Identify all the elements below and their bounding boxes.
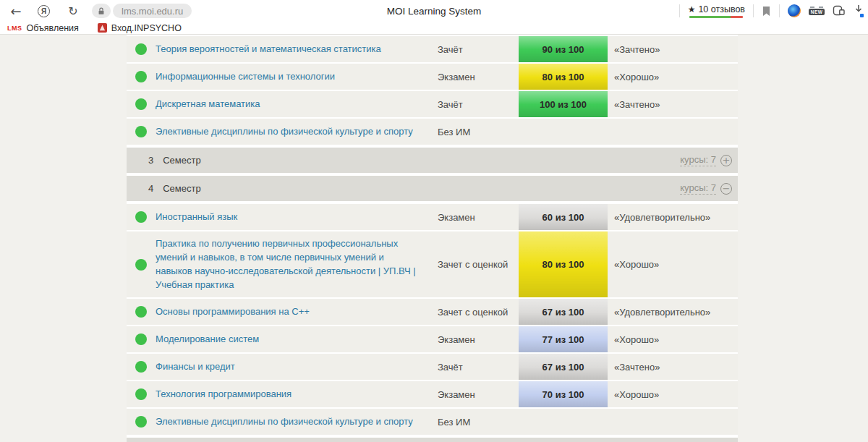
status-dot-icon (135, 259, 147, 271)
control-type-label: Экзамен (438, 212, 519, 223)
status-dot-icon (135, 306, 147, 318)
status-cell (127, 409, 156, 435)
course-row: Иностранный язык Экзамен 60 из 100 «Удов… (127, 204, 738, 230)
control-type-label: Зачёт (438, 99, 519, 110)
toolbar-separator (779, 4, 780, 17)
grades-table: Теория вероятностей и математическая ста… (127, 35, 738, 442)
status-dot-icon (135, 71, 147, 82)
course-row: Технология программирования Экзамен 70 и… (127, 381, 738, 407)
score-badge: 60 из 100 (519, 204, 608, 230)
screenshot-new-extension-icon[interactable]: NEW (809, 7, 825, 15)
score-badge (519, 119, 608, 145)
site-reviews-button[interactable]: ★ 10 отзывов (688, 4, 745, 18)
course-link[interactable]: Иностранный язык (156, 211, 237, 222)
grade-label: «Удовлетворительно» (608, 307, 738, 318)
bookmark-flag-icon[interactable] (762, 6, 771, 17)
status-dot-icon (135, 388, 147, 400)
grade-label: «Зачтено» (608, 44, 738, 55)
status-cell (127, 354, 156, 380)
course-name-cell: Теория вероятностей и математическая ста… (156, 37, 438, 62)
score-badge: 80 из 100 (519, 64, 608, 90)
score-badge: 77 из 100 (519, 326, 608, 352)
score-badge: 90 из 100 (519, 36, 608, 62)
download-button[interactable] (854, 4, 865, 17)
course-name-cell: Дискретная математика (156, 92, 438, 117)
control-type-label: Без ИМ (438, 417, 519, 428)
grade-label: «Хорошо» (608, 72, 738, 82)
control-type-label: Зачёт (438, 362, 519, 373)
page-content: Теория вероятностей и математическая ста… (0, 35, 868, 442)
course-name-cell: Элективные дисциплины по физической куль… (156, 119, 438, 145)
lock-icon (97, 7, 106, 16)
course-link[interactable]: Дискретная математика (156, 98, 260, 109)
course-row: Элективные дисциплины по физической куль… (127, 119, 738, 145)
back-button[interactable]: ← (7, 2, 25, 20)
status-dot-icon (135, 416, 147, 428)
grade-label: «Хорошо» (608, 259, 738, 270)
course-link[interactable]: Технология программирования (156, 388, 292, 399)
course-row: Элективные дисциплины по физической куль… (127, 409, 738, 435)
status-cell (127, 326, 156, 352)
score-badge: 67 из 100 (519, 299, 608, 325)
inpsycho-favicon (98, 23, 107, 33)
course-link[interactable]: Финансы и кредит (156, 361, 235, 372)
grade-label: «Зачтено» (608, 362, 738, 373)
collapse-semester-icon[interactable]: − (720, 183, 732, 195)
control-type-label: Зачет с оценкой (438, 259, 519, 270)
control-type-label: Зачёт (438, 44, 519, 55)
site-security-lock-icon[interactable] (92, 4, 111, 18)
browser-toolbar: ← Я ↻ lms.moi.edu.ru MOI Learning System… (0, 0, 868, 22)
course-row: Практика по получению первичных професси… (127, 231, 738, 297)
course-name-cell: Моделирование систем (156, 327, 438, 352)
course-link[interactable]: Теория вероятностей и математическая ста… (156, 43, 381, 54)
score-badge (519, 409, 608, 435)
bookmark-item-inpsycho[interactable]: Вход.INPSYCHO (98, 23, 182, 33)
toolbar-separator (679, 4, 680, 17)
screenshot-frame-icon (810, 7, 823, 8)
semester-number: 4 (148, 183, 153, 194)
new-badge-label: NEW (809, 9, 825, 15)
course-row: Финансы и кредит Зачёт 67 из 100 «Зачтен… (127, 354, 738, 380)
status-dot-icon (135, 126, 147, 137)
course-link[interactable]: Практика по получению первичных професси… (156, 238, 416, 290)
course-link[interactable]: Основы программирования на C++ (156, 306, 310, 317)
yandex-browser-icon[interactable]: Я (38, 5, 50, 17)
course-link[interactable]: Элективные дисциплины по физической куль… (156, 126, 413, 137)
address-bar[interactable]: lms.moi.edu.ru (113, 4, 192, 18)
status-cell (127, 119, 156, 145)
status-dot-icon (135, 333, 147, 345)
expand-semester-icon[interactable]: + (720, 155, 732, 166)
grade-label: «Хорошо» (608, 389, 738, 400)
lms-favicon: LMS (7, 25, 22, 32)
semester-number: 3 (148, 155, 153, 166)
bookmark-label: Вход.INPSYCHO (111, 23, 182, 33)
reviews-count-label: 10 отзывов (698, 4, 745, 14)
course-row: Основы программирования на C++ Зачет с о… (127, 299, 738, 325)
status-cell (127, 64, 156, 90)
course-link[interactable]: Элективные дисциплины по физической куль… (156, 416, 413, 427)
tab-groups-icon[interactable] (833, 5, 846, 17)
course-row: Информационные системы и технологии Экза… (127, 64, 738, 90)
bookmark-label: Объявления (27, 23, 79, 33)
score-badge: 70 из 100 (519, 381, 608, 407)
course-name-cell: Технология программирования (156, 382, 438, 407)
course-name-cell: Финансы и кредит (156, 354, 438, 380)
status-dot-icon (135, 98, 147, 110)
download-notification-dot (860, 14, 864, 17)
control-type-label: Зачет с оценкой (438, 307, 519, 318)
courses-count-link[interactable]: курсы: 7 (680, 182, 716, 195)
bookmarks-bar: LMS Объявления Вход.INPSYCHO (0, 22, 868, 35)
course-row: Теория вероятностей и математическая ста… (127, 36, 738, 62)
star-icon: ★ (688, 4, 696, 14)
courses-count-link[interactable]: курсы: 7 (680, 154, 716, 166)
course-name-cell: Информационные системы и технологии (156, 64, 438, 90)
extension-browser-icon[interactable] (788, 4, 801, 17)
status-cell (127, 204, 156, 230)
grade-label: «Зачтено» (608, 99, 738, 110)
status-cell (127, 91, 156, 117)
course-link[interactable]: Моделирование систем (156, 333, 259, 344)
refresh-button[interactable]: ↻ (64, 2, 82, 20)
bookmark-item-announcements[interactable]: LMS Объявления (7, 23, 79, 33)
course-link[interactable]: Информационные системы и технологии (156, 71, 335, 82)
course-name-cell: Иностранный язык (156, 205, 438, 230)
